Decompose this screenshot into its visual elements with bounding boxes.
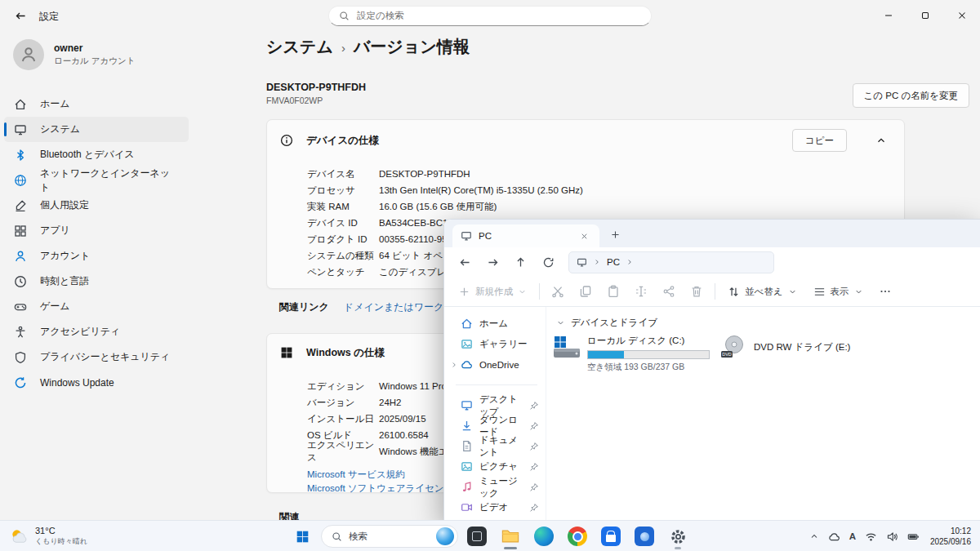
account-type: ローカル アカウント [54, 56, 135, 67]
spec-value: DESKTOP-P9THFDH [379, 169, 470, 179]
new-tab-button[interactable] [604, 224, 626, 245]
explorer-body: ホーム ギャラリー OneDrive デスクトップ ダウンロード ドキュメント … [444, 307, 980, 522]
spec-value: 16.0 GB (15.6 GB 使用可能) [379, 201, 497, 213]
weather-temp: 31°C [35, 526, 87, 536]
breadcrumb-system[interactable]: システム [266, 36, 333, 58]
onedrive-tray-button[interactable] [824, 524, 844, 549]
nav-item-pictures[interactable]: ピクチャ [449, 456, 544, 477]
sidebar-item-bluetooth[interactable]: Bluetooth とデバイス [4, 142, 189, 167]
taskbar-app-dark[interactable] [462, 522, 492, 550]
trash-icon [690, 285, 703, 298]
chrome-icon [568, 527, 587, 546]
taskbar-media-app[interactable] [630, 522, 659, 550]
sidebar-item-accounts[interactable]: アカウント [4, 243, 189, 269]
taskbar-store[interactable] [596, 522, 626, 550]
tab-close-button[interactable] [577, 229, 591, 243]
window-controls [870, 0, 980, 31]
personalization-icon [14, 199, 27, 212]
nav-item-label: ミュージック [479, 475, 523, 500]
nav-item-home[interactable]: ホーム [449, 313, 544, 334]
clock-button[interactable]: 10:12 2025/09/16 [924, 524, 977, 549]
account-header[interactable]: owner ローカル アカウント [13, 39, 135, 70]
music-icon [461, 481, 473, 493]
microsoft-services-agreement-link[interactable]: Microsoft サービス規約 [307, 469, 405, 479]
sidebar-item-apps[interactable]: アプリ [4, 218, 189, 243]
sidebar-item-home[interactable]: ホーム [4, 91, 189, 117]
nav-item-gallery[interactable]: ギャラリー [449, 334, 544, 354]
paste-button[interactable] [600, 279, 626, 304]
cut-button[interactable] [545, 279, 571, 304]
network-icon [14, 174, 27, 187]
nav-forward-button[interactable] [480, 251, 505, 273]
sidebar-item-privacy[interactable]: プライバシーとセキュリティ [4, 344, 189, 370]
copy-button[interactable]: コピー [792, 129, 847, 152]
devices-drives-section-header[interactable]: デバイスとドライブ [556, 317, 980, 329]
network-tray-button[interactable] [861, 524, 881, 549]
taskbar-edge[interactable] [529, 522, 559, 550]
spec-value: 26100.6584 [379, 430, 429, 440]
delete-button[interactable] [684, 279, 710, 304]
taskbar-settings[interactable] [663, 522, 693, 550]
rename-pc-button[interactable]: この PC の名前を変更 [853, 83, 969, 108]
ime-mode-button[interactable]: A [845, 524, 860, 549]
taskbar-search-box[interactable]: 検索 [321, 525, 458, 548]
view-button[interactable]: 表示 [806, 279, 871, 304]
nav-item-videos[interactable]: ビデオ [449, 497, 544, 518]
minimize-button[interactable] [870, 0, 906, 31]
sidebar-item-accessibility[interactable]: アクセシビリティ [4, 319, 189, 344]
sidebar-item-label: システム [40, 122, 80, 136]
avatar [13, 39, 44, 70]
hidden-icons-button[interactable] [805, 524, 823, 549]
sort-button[interactable]: 並べ替え [720, 279, 804, 304]
more-options-button[interactable] [872, 279, 898, 304]
device-spec-header[interactable]: デバイスの仕様 コピー [267, 120, 904, 161]
copy-button[interactable] [572, 279, 599, 304]
taskbar-search-label: 検索 [349, 531, 368, 543]
user-name: owner [54, 42, 135, 54]
maximize-icon [920, 10, 931, 21]
address-crumb-pc[interactable]: PC [607, 257, 620, 267]
nav-back-button[interactable] [452, 251, 477, 273]
rename-button[interactable] [628, 279, 654, 304]
refresh-button[interactable] [536, 251, 560, 273]
collapse-button[interactable] [871, 131, 891, 150]
nav-item-desktop[interactable]: デスクトップ [449, 395, 544, 415]
start-button[interactable] [287, 522, 317, 550]
sidebar-item-system[interactable]: システム [4, 117, 189, 142]
sidebar-item-gaming[interactable]: ゲーム [4, 294, 189, 319]
nav-item-documents[interactable]: ドキュメント [449, 436, 544, 456]
maximize-button[interactable] [906, 0, 943, 31]
share-button[interactable] [656, 279, 682, 304]
close-button[interactable] [943, 0, 980, 31]
drive-name: DVD RW ドライブ (E:) [754, 341, 850, 353]
widgets-weather-button[interactable]: 31°C くもり時々晴れ [2, 522, 95, 550]
settings-search-input[interactable]: 設定の検索 [328, 6, 652, 26]
battery-tray-button[interactable] [903, 524, 924, 549]
nav-item-music[interactable]: ミュージック [449, 477, 544, 497]
cloud-icon [828, 531, 840, 543]
spec-row: デバイス名DESKTOP-P9THFDH [307, 166, 904, 182]
back-button[interactable] [7, 5, 34, 26]
taskbar-file-explorer[interactable] [496, 522, 525, 550]
nav-up-button[interactable] [508, 251, 532, 273]
sidebar-item-personalization[interactable]: 個人用設定 [4, 193, 189, 218]
sidebar-item-network[interactable]: ネットワークとインターネット [4, 167, 189, 193]
open-app-indicator [504, 547, 517, 549]
explorer-tab-pc[interactable]: PC [452, 224, 599, 247]
taskbar-chrome[interactable] [563, 522, 592, 550]
pictures-icon [461, 460, 473, 473]
spec-label: インストール日 [307, 413, 379, 425]
dvd-drive-item[interactable]: DVD DVD RW ドライブ (E:) [719, 335, 850, 359]
close-icon [956, 10, 968, 21]
address-bar[interactable]: PC [568, 251, 774, 273]
nav-item-onedrive[interactable]: OneDrive [449, 354, 544, 375]
chevron-down-icon [556, 318, 565, 327]
local-disk-c-item[interactable]: ローカル ディスク (C:) 空き領域 193 GB/237 GB [553, 335, 710, 373]
volume-tray-button[interactable] [882, 524, 902, 549]
sidebar-item-time-language[interactable]: 時刻と言語 [4, 269, 189, 294]
explorer-nav-pane: ホーム ギャラリー OneDrive デスクトップ ダウンロード ドキュメント … [444, 307, 546, 522]
pin-icon [529, 462, 539, 472]
sidebar-item-windows-update[interactable]: Windows Update [4, 370, 189, 395]
nav-item-downloads[interactable]: ダウンロード [449, 415, 544, 436]
new-item-button[interactable]: 新規作成 [451, 279, 534, 304]
